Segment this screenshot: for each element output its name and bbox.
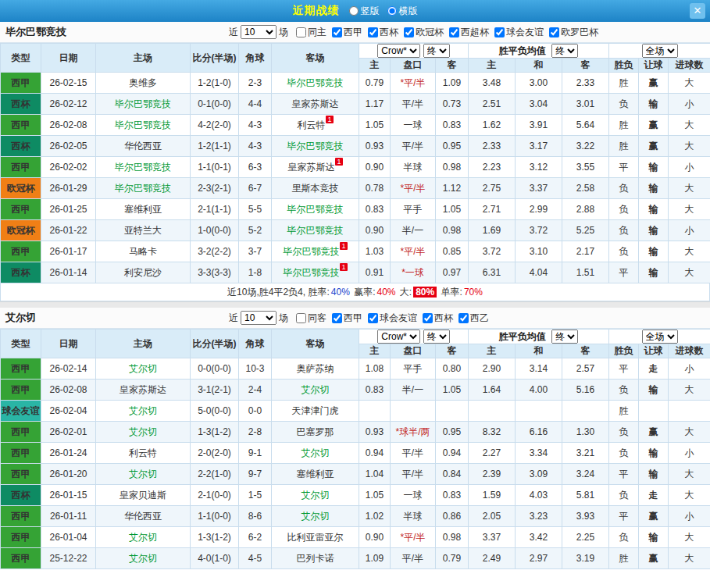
layout-radio-horizontal[interactable]: 横版 <box>387 5 418 18</box>
odds-home-cell: 0.90 <box>359 527 391 548</box>
filter-checkbox[interactable]: 同客 <box>296 312 326 325</box>
avg-home-cell: 3.37 <box>469 527 516 548</box>
header-home: 主场 <box>96 330 191 358</box>
match-count-select[interactable]: 10 <box>241 25 277 39</box>
filter-checkbox[interactable]: 同主 <box>296 26 326 39</box>
team-name-text: 艾尔切 <box>129 363 157 374</box>
checkbox-input[interactable] <box>332 313 342 323</box>
goals-cell: 小 <box>669 220 710 241</box>
summary-segment: 近10场,胜4平2负4, 胜率: <box>227 287 330 298</box>
result-cell: 负 <box>609 422 639 443</box>
odds-home-cell: 0.78 <box>359 178 391 199</box>
date-cell: 26-01-24 <box>41 443 96 464</box>
filter-checkbox[interactable]: 球会友谊 <box>494 26 544 39</box>
away-team-cell: 毕尔巴鄂竞技 <box>272 220 359 241</box>
checkbox-input[interactable] <box>296 27 306 37</box>
team-name-text: 艾尔切 <box>301 511 330 522</box>
checkbox-input[interactable] <box>404 27 414 37</box>
avg-home-cell <box>469 401 516 422</box>
team-name-text: 毕尔巴鄂竞技 <box>287 77 344 88</box>
handicap-result-cell: 赢 <box>639 422 669 443</box>
away-team-cell: 毕尔巴鄂竞技 <box>272 199 359 220</box>
odds-away-cell: 0.79 <box>436 548 469 569</box>
filter-checkbox[interactable]: 西乙 <box>458 312 489 325</box>
summary-segment: 70% <box>464 287 483 298</box>
team-name-text: 塞维利亚 <box>124 204 162 215</box>
result-cell: 负 <box>609 485 639 506</box>
filter-checkbox[interactable]: 西甲 <box>332 26 362 39</box>
corner-cell: 2-3 <box>239 73 272 94</box>
away-team-cell: 毕尔巴鄂竞技1 <box>272 262 359 283</box>
radio-label: 横版 <box>399 5 418 18</box>
checkbox-input[interactable] <box>458 313 469 323</box>
summary-segment: 大: <box>398 287 412 298</box>
away-team-cell: 里斯本竞技 <box>272 178 359 199</box>
odds-final-select[interactable]: 终 <box>423 330 450 344</box>
layout-radio-vertical[interactable]: 竖版 <box>349 5 380 18</box>
avg-final-select[interactable]: 终 <box>551 330 578 344</box>
odds-source-select[interactable]: Crow* <box>377 44 420 58</box>
league-cell: 西甲 <box>1 115 41 136</box>
avg-home-cell: 1.59 <box>469 485 516 506</box>
scope-select[interactable]: 全场 <box>642 44 678 58</box>
match-row: 西甲26-02-01艾尔切1-3(1-2)2-8巴塞罗那0.93*球半/两0.9… <box>1 422 710 443</box>
checkbox-input[interactable] <box>494 27 505 37</box>
handicap-cell: 半/一 <box>391 220 436 241</box>
checkbox-input[interactable] <box>423 313 433 323</box>
filter-checkbox[interactable]: 西杯 <box>423 312 453 325</box>
score-cell: 4-0(1-0) <box>191 548 239 569</box>
scope-select[interactable]: 全场 <box>642 330 678 344</box>
team-name-text: 马略卡 <box>129 246 157 257</box>
checkbox-input[interactable] <box>332 27 342 37</box>
avg-away-cell: 1.30 <box>562 422 609 443</box>
matches-tbody: 西甲26-02-14艾尔切0-0(0-0)10-3奥萨苏纳1.08平手0.802… <box>1 358 710 569</box>
league-cell: 球会友谊 <box>1 401 41 422</box>
team-section: 毕尔巴鄂竞技 近 10 场 同主西甲西杯欧冠杯西超杯球会友谊欧罗巴杯 类型 日期 <box>0 22 710 301</box>
summary-segment: 80% <box>413 287 437 298</box>
handicap-result-cell: 赢 <box>639 115 669 136</box>
goals-cell: 大 <box>669 262 710 283</box>
layout-radio-input[interactable] <box>349 6 359 16</box>
header-corner: 角球 <box>239 44 272 73</box>
checkbox-input[interactable] <box>368 27 378 37</box>
result-cell: 胜 <box>609 548 639 569</box>
avg-draw-cell: 3.23 <box>516 506 562 527</box>
filter-checkbox[interactable]: 欧罗巴杯 <box>549 26 598 39</box>
corner-cell: 6-2 <box>239 527 272 548</box>
match-row: 欧冠杯26-01-22亚特兰大1-0(0-0)5-2毕尔巴鄂竞技0.90半/一0… <box>1 220 710 241</box>
layout-radio-input[interactable] <box>387 6 397 16</box>
avg-header-cell: 胜平负均值 终 <box>469 44 609 59</box>
checkbox-label: 西杯 <box>434 312 453 325</box>
filter-checkbox[interactable]: 欧冠杯 <box>404 26 444 39</box>
avg-away-cell: 2.88 <box>562 199 609 220</box>
avg-final-select[interactable]: 终 <box>551 44 578 58</box>
handicap-cell: 平手 <box>391 199 436 220</box>
result-cell: 负 <box>609 220 639 241</box>
avg-home-cell: 2.90 <box>469 358 516 380</box>
odds-away-cell: 1.05 <box>436 380 469 401</box>
avg-home-cell: 1.64 <box>469 380 516 401</box>
checkbox-input[interactable] <box>368 313 378 323</box>
odds-away-cell: 0.94 <box>436 443 469 464</box>
odds-final-select[interactable]: 终 <box>423 44 450 58</box>
odds-source-select[interactable]: Crow* <box>377 330 420 344</box>
checkbox-input[interactable] <box>549 27 559 37</box>
checkbox-input[interactable] <box>449 27 459 37</box>
odds-home-cell: 0.83 <box>359 380 391 401</box>
header-score: 比分(半场) <box>191 330 239 358</box>
avg-draw-cell: 3.04 <box>516 94 562 115</box>
date-cell: 26-01-04 <box>41 527 96 548</box>
goals-cell: 大 <box>669 485 710 506</box>
team-name-text: 毕尔巴鄂竞技 <box>115 162 171 173</box>
close-button[interactable]: ✕ <box>690 3 705 19</box>
filter-checkbox[interactable]: 西甲 <box>332 312 362 325</box>
filter-checkbox[interactable]: 球会友谊 <box>368 312 417 325</box>
match-count-select[interactable]: 10 <box>241 311 277 325</box>
header-away: 客场 <box>272 44 359 73</box>
result-cell: 负 <box>609 94 639 115</box>
handicap-result-cell: 赢 <box>639 548 669 569</box>
filter-checkbox[interactable]: 西杯 <box>368 26 398 39</box>
filter-checkbox[interactable]: 西超杯 <box>449 26 489 39</box>
odds-away-cell: 0.84 <box>436 464 469 485</box>
checkbox-input[interactable] <box>296 313 306 323</box>
